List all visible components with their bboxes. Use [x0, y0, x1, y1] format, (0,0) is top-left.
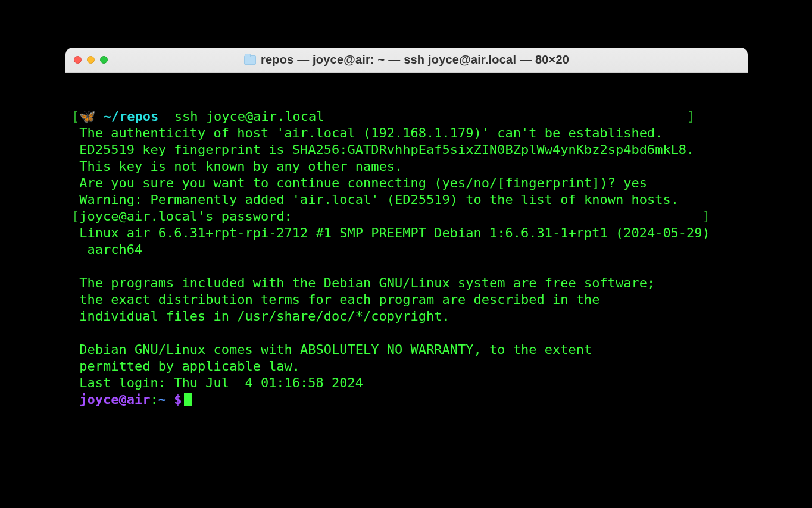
remote-colon: : — [150, 392, 158, 407]
pw-rbracket: ] — [702, 209, 710, 224]
pw-pad — [292, 209, 702, 224]
ssh-command: ssh joyce@air.local — [166, 109, 324, 124]
remote-dollar: $ — [174, 392, 182, 407]
term-line: Linux air 6.6.31+rpt-rpi-2712 #1 SMP PRE… — [71, 225, 710, 240]
window-title: repos — joyce@air: ~ — ssh joyce@air.loc… — [261, 53, 569, 67]
prompt-lbracket: [ — [71, 109, 79, 124]
password-prompt: joyce@air.local's password: — [79, 209, 292, 224]
terminal-window: repos — joyce@air: ~ — ssh joyce@air.loc… — [65, 48, 748, 418]
traffic-lights — [74, 56, 108, 64]
term-line: aarch64 — [71, 242, 142, 257]
term-line: Debian GNU/Linux comes with ABSOLUTELY N… — [71, 342, 592, 357]
cursor[interactable] — [184, 393, 192, 406]
term-line: The programs included with the Debian GN… — [71, 275, 655, 290]
term-line: This key is not known by any other names… — [71, 159, 402, 174]
term-line: Warning: Permanently added 'air.local' (… — [71, 192, 679, 207]
folder-icon — [244, 55, 256, 65]
term-line: Last login: Thu Jul 4 01:16:58 2024 — [71, 375, 363, 390]
minimize-button[interactable] — [87, 56, 95, 64]
term-line: permitted by applicable law. — [71, 359, 300, 374]
zoom-button[interactable] — [100, 56, 108, 64]
prompt-pad — [324, 109, 686, 124]
remote-sp — [166, 392, 174, 407]
titlebar[interactable]: repos — joyce@air: ~ — ssh joyce@air.loc… — [65, 48, 748, 73]
title-center: repos — joyce@air: ~ — ssh joyce@air.loc… — [65, 53, 748, 67]
prompt-rbracket: ] — [687, 109, 695, 124]
term-line: Are you sure you want to continue connec… — [71, 175, 647, 190]
prompt-cwd: ~/repos — [95, 109, 166, 124]
term-line: the exact distribution terms for each pr… — [71, 292, 599, 307]
term-line: individual files in /usr/share/doc/*/cop… — [71, 309, 450, 324]
remote-userhost: joyce@air — [71, 392, 150, 407]
remote-cwd: ~ — [158, 392, 166, 407]
terminal-body[interactable]: [🦋 ~/repos ssh joyce@air.local ] The aut… — [65, 73, 748, 414]
term-line: ED25519 key fingerprint is SHA256:GATDRv… — [71, 142, 694, 157]
close-button[interactable] — [74, 56, 82, 64]
term-line: The authenticity of host 'air.local (192… — [71, 126, 663, 140]
butterfly-icon: 🦋 — [79, 109, 95, 124]
pw-lbracket: [ — [71, 209, 79, 224]
